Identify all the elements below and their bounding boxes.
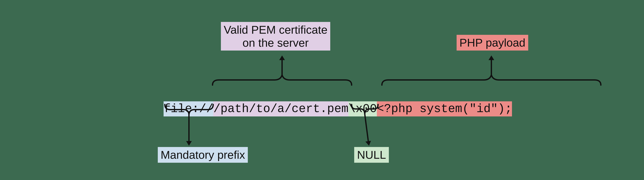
- svg-marker-5: [186, 141, 192, 146]
- label-valid-pem-certificate: Valid PEM certificateon the server: [221, 22, 330, 51]
- payload-string: file:///path/to/a/cert.pem\x00<?php syst…: [164, 88, 512, 130]
- svg-marker-7: [366, 141, 371, 146]
- svg-line-6: [365, 114, 368, 142]
- label-null: NULL: [354, 147, 389, 163]
- label-php-payload: PHP payload: [456, 35, 528, 51]
- brace-prefix-bottom: [164, 103, 214, 146]
- label-mandatory-prefix: Mandatory prefix: [158, 147, 248, 163]
- brace-null-bottom: [350, 103, 379, 146]
- brace-payload-top: [380, 55, 602, 88]
- brace-path-top: [211, 55, 353, 88]
- segment-payload: <?php system("id");: [377, 101, 512, 116]
- svg-marker-1: [279, 55, 285, 60]
- segment-path: /path/to/a/cert.pem: [213, 101, 348, 116]
- svg-marker-3: [488, 55, 494, 60]
- diagram-stage: file:///path/to/a/cert.pem\x00<?php syst…: [0, 0, 644, 180]
